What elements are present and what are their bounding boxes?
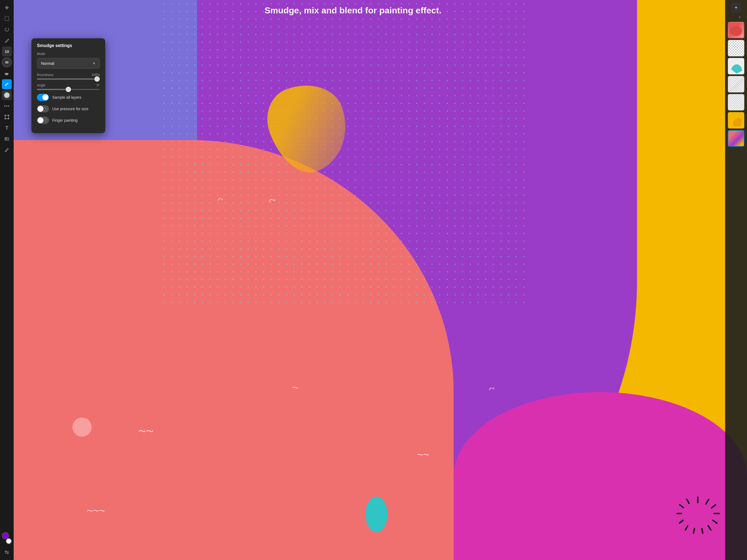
angle-slider-section: Angle 0° xyxy=(37,83,100,90)
mode-label: Mode xyxy=(37,52,100,56)
smudge-settings-panel: Smudge settings Mode Normal ▼ Roundness … xyxy=(31,38,105,133)
sample-all-label: Sample all layers xyxy=(52,95,81,100)
svg-point-23 xyxy=(5,151,6,152)
smudge-tool[interactable] xyxy=(2,79,12,89)
page-title: Smudge, mix and blend for painting effec… xyxy=(27,0,374,21)
panel-title: Smudge settings xyxy=(37,43,100,48)
finger-knob xyxy=(37,117,44,123)
chevron-down-icon: ▼ xyxy=(93,61,96,65)
svg-rect-14 xyxy=(5,17,9,21)
svg-rect-19 xyxy=(5,119,6,119)
pressure-label: Use pressure for size xyxy=(52,107,88,111)
angle-label: Angle xyxy=(37,83,45,87)
svg-point-22 xyxy=(6,138,6,139)
image-tool[interactable] xyxy=(2,134,12,144)
svg-rect-17 xyxy=(5,115,6,116)
brush-opacity-display[interactable]: 50 xyxy=(2,57,12,67)
sample-all-knob xyxy=(42,94,48,100)
svg-rect-13 xyxy=(6,7,7,8)
brush-preview[interactable] xyxy=(2,90,12,100)
squiggle-5: ζ xyxy=(217,198,223,200)
eyedrop-tool[interactable] xyxy=(2,145,12,155)
finger-row: Finger painting xyxy=(37,117,100,124)
pressure-row: Use pressure for size xyxy=(37,105,100,112)
svg-rect-20 xyxy=(8,119,9,119)
roundness-fill xyxy=(37,78,100,80)
angle-fill xyxy=(37,89,68,90)
transform-tool[interactable] xyxy=(2,112,12,122)
more-options[interactable]: ••• xyxy=(2,101,12,111)
roundness-track[interactable] xyxy=(37,78,100,80)
roundness-value: 100% xyxy=(91,73,100,77)
text-tool[interactable]: T xyxy=(2,123,12,133)
brush-tool[interactable] xyxy=(2,35,12,45)
roundness-slider-section: Roundness 100% xyxy=(37,73,100,80)
brush-preview-dot xyxy=(4,93,9,98)
left-toolbar: 13 50 ••• T xyxy=(0,0,14,280)
angle-value: 0° xyxy=(97,83,100,87)
mode-dropdown[interactable]: Normal ▼ xyxy=(37,58,100,69)
roundness-thumb[interactable] xyxy=(94,76,100,82)
angle-thumb[interactable] xyxy=(66,87,71,92)
roundness-label: Roundness xyxy=(37,73,54,77)
finger-label: Finger painting xyxy=(52,118,78,123)
brush-size-display[interactable]: 13 xyxy=(2,47,12,56)
svg-rect-21 xyxy=(5,137,9,140)
sample-all-toggle[interactable] xyxy=(37,94,49,101)
sample-all-row: Sample all layers xyxy=(37,94,100,101)
move-tool[interactable] xyxy=(2,3,12,12)
pressure-toggle[interactable] xyxy=(37,105,49,112)
angle-track[interactable] xyxy=(37,89,100,90)
mode-dropdown-value: Normal xyxy=(41,61,54,66)
select-tool[interactable] xyxy=(2,14,12,24)
svg-rect-18 xyxy=(8,115,9,116)
lasso-tool[interactable] xyxy=(2,25,12,34)
finger-toggle[interactable] xyxy=(37,117,49,124)
pressure-knob xyxy=(37,106,44,112)
eraser-tool[interactable] xyxy=(2,68,12,78)
